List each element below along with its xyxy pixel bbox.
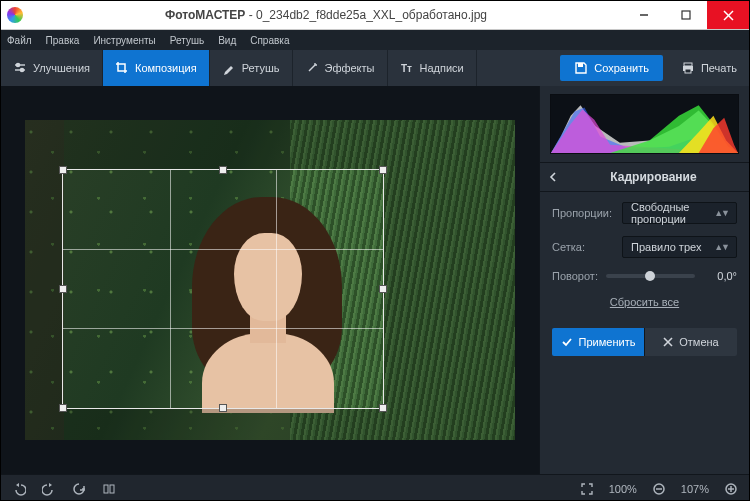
tab-label: Эффекты — [325, 62, 375, 74]
menu-tools[interactable]: Инструменты — [93, 35, 155, 46]
tab-effects[interactable]: Эффекты — [293, 50, 388, 86]
back-button[interactable] — [548, 172, 566, 182]
svg-point-6 — [16, 63, 19, 66]
panel-header: Кадрирование — [540, 162, 749, 192]
text-icon: Tт — [400, 61, 414, 75]
svg-rect-1 — [682, 11, 690, 19]
document-filename: 0_234db2_f8dde25a_XXL_обработано.jpg — [256, 8, 487, 22]
svg-rect-15 — [685, 69, 691, 73]
crop-handle-l[interactable] — [59, 285, 67, 293]
window-title: ФотоМАСТЕР - 0_234db2_f8dde25a_XXL_обраб… — [29, 8, 623, 22]
maximize-button[interactable] — [665, 1, 707, 29]
menu-retouch[interactable]: Ретушь — [170, 35, 204, 46]
svg-rect-13 — [684, 63, 692, 66]
check-icon — [561, 336, 573, 348]
grid-select[interactable]: Правило трех ▲▼ — [622, 236, 737, 258]
crop-icon — [115, 61, 129, 75]
panel-title: Кадрирование — [566, 170, 741, 184]
menu-view[interactable]: Вид — [218, 35, 236, 46]
print-button[interactable]: Печать — [669, 50, 749, 86]
histogram — [550, 94, 739, 154]
close-icon — [663, 337, 673, 347]
zoom-actual-value: 107% — [681, 483, 709, 495]
save-button[interactable]: Сохранить — [560, 55, 663, 81]
undo-button[interactable] — [11, 481, 27, 497]
grid-value: Правило трех — [631, 241, 701, 253]
rule-of-thirds-grid — [63, 170, 383, 408]
canvas-area[interactable] — [1, 86, 539, 474]
crop-handle-tl[interactable] — [59, 166, 67, 174]
rotate-value: 0,0° — [703, 270, 737, 282]
tab-label: Композиция — [135, 62, 197, 74]
svg-rect-12 — [578, 63, 583, 67]
aspect-value: Свободные пропорции — [631, 201, 714, 225]
app-icon — [7, 7, 23, 23]
close-button[interactable] — [707, 1, 749, 29]
svg-rect-25 — [110, 485, 114, 493]
apply-label: Применить — [579, 336, 636, 348]
slider-knob[interactable] — [645, 271, 655, 281]
aspect-select[interactable]: Свободные пропорции ▲▼ — [622, 202, 737, 224]
compare-button[interactable] — [101, 481, 117, 497]
reset-link[interactable]: Сбросить все — [552, 296, 737, 308]
tab-label: Надписи — [420, 62, 464, 74]
chevron-updown-icon: ▲▼ — [714, 208, 728, 218]
tab-label: Ретушь — [242, 62, 280, 74]
menubar: Файл Правка Инструменты Ретушь Вид Справ… — [1, 30, 749, 50]
statusbar: 100% 107% — [1, 474, 749, 501]
zoom-out-button[interactable] — [651, 481, 667, 497]
crop-handle-tr[interactable] — [379, 166, 387, 174]
tab-retouch[interactable]: Ретушь — [210, 50, 293, 86]
zoom-in-button[interactable] — [723, 481, 739, 497]
grid-label: Сетка: — [552, 241, 614, 253]
minimize-button[interactable] — [623, 1, 665, 29]
photo-preview — [25, 120, 515, 440]
save-label: Сохранить — [594, 62, 649, 74]
tab-composition[interactable]: Композиция — [103, 50, 210, 86]
menu-file[interactable]: Файл — [7, 35, 32, 46]
print-icon — [681, 61, 695, 75]
tab-text[interactable]: Tт Надписи — [388, 50, 477, 86]
app-name: ФотоМАСТЕР — [165, 8, 245, 22]
brush-icon — [222, 61, 236, 75]
aspect-label: Пропорции: — [552, 207, 614, 219]
cancel-label: Отмена — [679, 336, 718, 348]
menu-help[interactable]: Справка — [250, 35, 289, 46]
crop-handle-bl[interactable] — [59, 404, 67, 412]
redo-button[interactable] — [41, 481, 57, 497]
apply-button[interactable]: Применить — [552, 328, 644, 356]
svg-point-7 — [20, 68, 23, 71]
save-icon — [574, 61, 588, 75]
crop-handle-r[interactable] — [379, 285, 387, 293]
crop-rectangle[interactable] — [63, 170, 383, 408]
rotate-label: Поворот: — [552, 270, 598, 282]
crop-handle-b[interactable] — [219, 404, 227, 412]
crop-handle-t[interactable] — [219, 166, 227, 174]
fit-screen-button[interactable] — [579, 481, 595, 497]
menu-edit[interactable]: Правка — [46, 35, 80, 46]
tab-label: Улучшения — [33, 62, 90, 74]
window-titlebar: ФотоМАСТЕР - 0_234db2_f8dde25a_XXL_обраб… — [1, 1, 749, 30]
sliders-icon — [13, 61, 27, 75]
main-toolbar: Улучшения Композиция Ретушь Эффекты Tт Н… — [1, 50, 749, 86]
cancel-button[interactable]: Отмена — [644, 328, 737, 356]
right-panel: Кадрирование Пропорции: Свободные пропор… — [539, 86, 749, 474]
crop-handle-br[interactable] — [379, 404, 387, 412]
rotate-slider[interactable] — [606, 274, 695, 278]
print-label: Печать — [701, 62, 737, 74]
wand-icon — [305, 61, 319, 75]
zoom-fit-value: 100% — [609, 483, 637, 495]
chevron-updown-icon: ▲▼ — [714, 242, 728, 252]
tab-enhance[interactable]: Улучшения — [1, 50, 103, 86]
svg-line-8 — [309, 65, 315, 71]
revert-button[interactable] — [71, 481, 87, 497]
svg-text:Tт: Tт — [401, 63, 412, 74]
svg-rect-24 — [104, 485, 108, 493]
